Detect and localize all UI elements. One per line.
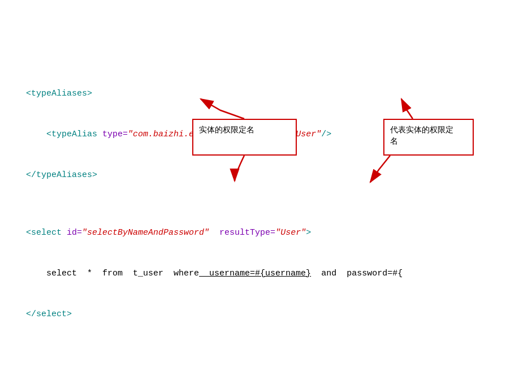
- from-keyword: from: [102, 269, 123, 278]
- password-param: password=#{: [336, 269, 403, 278]
- annotation-box-1-text: 实体的权限定名: [199, 126, 254, 134]
- username-param: username=#{username}: [199, 269, 311, 278]
- tag-select-close: </select>: [26, 309, 72, 319]
- tag-typeAlias: <typeAlias: [46, 130, 97, 139]
- attr-id-value: "selectByNameAndPassword": [82, 228, 209, 238]
- annotation-box-alias-fqn: 代表实体的权限定 名: [383, 119, 474, 156]
- tag-gt: >: [306, 228, 311, 238]
- select-statement: select *: [26, 269, 102, 278]
- code-line-3: </typeAliases>: [6, 155, 532, 196]
- where-keyword: where: [174, 269, 199, 278]
- code-line-6: </select>: [6, 294, 532, 335]
- annotation-box-entity-fqn: 实体的权限定名: [192, 119, 297, 156]
- and-keyword: and: [311, 269, 336, 278]
- indent-2: [26, 130, 46, 139]
- attr-id-name: id=: [62, 228, 82, 238]
- attr-result-value: "User": [275, 228, 306, 238]
- attr-type-name: type=: [97, 130, 128, 139]
- annotation-box-2-line1: 代表实体的权限定: [390, 126, 453, 134]
- annotation-box-2-line2: 名: [390, 137, 398, 145]
- attr-result-name: resultType=: [209, 228, 275, 238]
- tag-typeAliases-close: </typeAliases>: [26, 170, 97, 180]
- tag-typeAlias-end: />: [321, 130, 331, 139]
- t-user: t_user: [123, 269, 174, 278]
- code-line-5: select * from t_user where username=#{us…: [6, 253, 532, 294]
- tag-typeAliases-open: <typeAliases>: [26, 89, 92, 98]
- tag-select-open: <select: [26, 228, 62, 238]
- code-area: <typeAliases> <typeAlias type="com.baizh…: [0, 74, 532, 335]
- code-line-4: <select id="selectByNameAndPassword" res…: [6, 213, 532, 253]
- code-line-1: <typeAliases>: [6, 74, 532, 114]
